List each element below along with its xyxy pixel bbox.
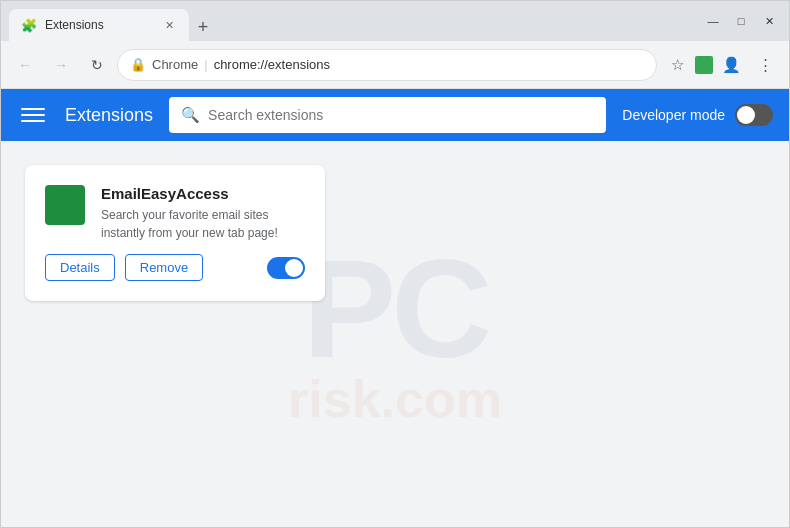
search-input[interactable] (208, 107, 594, 123)
page-title: Extensions (65, 105, 153, 126)
window-controls: — □ ✕ (701, 9, 781, 33)
watermark-pc: PC (303, 239, 487, 379)
remove-button[interactable]: Remove (125, 254, 203, 281)
address-text: chrome://extensions (214, 57, 330, 72)
forward-button[interactable]: → (45, 49, 77, 81)
extension-info: EmailEasyAccess Search your favorite ema… (101, 185, 305, 242)
address-divider: | (204, 57, 207, 72)
extension-card-footer: Details Remove (45, 254, 305, 281)
tab-title: Extensions (45, 18, 104, 32)
minimize-button[interactable]: — (701, 9, 725, 33)
close-button[interactable]: ✕ (757, 9, 781, 33)
browser-window: 🧩 Extensions ✕ + — □ ✕ ← → ↻ 🔒 Chrome | … (0, 0, 790, 528)
main-content: PC risk.com EmailEasyAccess Search your … (1, 141, 789, 527)
watermark-risk: risk.com (288, 369, 502, 429)
search-icon: 🔍 (181, 106, 200, 124)
tab-favicon: 🧩 (21, 18, 37, 33)
extension-icon (45, 185, 85, 225)
tab-area: 🧩 Extensions ✕ + (9, 1, 697, 41)
extensions-header: Extensions 🔍 Developer mode (1, 89, 789, 141)
nav-right-controls: ☆ 👤 ⋮ (661, 49, 781, 81)
extension-description: Search your favorite email sites instant… (101, 206, 305, 242)
profile-button[interactable]: 👤 (715, 49, 747, 81)
extension-card: EmailEasyAccess Search your favorite ema… (25, 165, 325, 301)
hamburger-menu-button[interactable] (17, 99, 49, 131)
extension-card-header: EmailEasyAccess Search your favorite ema… (45, 185, 305, 242)
developer-mode-label: Developer mode (622, 107, 725, 123)
extension-toggle-thumb (285, 259, 303, 277)
chrome-menu-button[interactable]: ⋮ (749, 49, 781, 81)
address-bar[interactable]: 🔒 Chrome | chrome://extensions (117, 49, 657, 81)
address-chrome-label: Chrome (152, 57, 198, 72)
title-bar: 🧩 Extensions ✕ + — □ ✕ (1, 1, 789, 41)
back-button[interactable]: ← (9, 49, 41, 81)
extension-enable-toggle[interactable] (267, 257, 305, 279)
details-button[interactable]: Details (45, 254, 115, 281)
active-tab[interactable]: 🧩 Extensions ✕ (9, 9, 189, 41)
developer-mode-area: Developer mode (622, 104, 773, 126)
developer-mode-toggle[interactable] (735, 104, 773, 126)
search-bar: 🔍 (169, 97, 606, 133)
extension-name: EmailEasyAccess (101, 185, 305, 202)
extension-indicator (695, 56, 713, 74)
bookmark-button[interactable]: ☆ (661, 49, 693, 81)
tab-close-button[interactable]: ✕ (161, 17, 177, 33)
address-lock-icon: 🔒 (130, 57, 146, 72)
nav-bar: ← → ↻ 🔒 Chrome | chrome://extensions ☆ 👤… (1, 41, 789, 89)
new-tab-button[interactable]: + (189, 13, 217, 41)
maximize-button[interactable]: □ (729, 9, 753, 33)
refresh-button[interactable]: ↻ (81, 49, 113, 81)
